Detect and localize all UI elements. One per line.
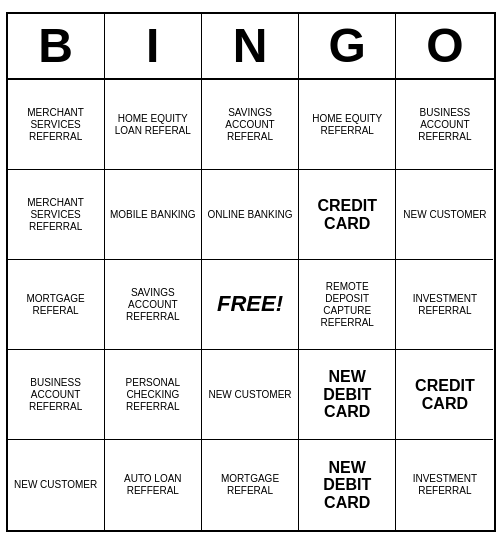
header-letter-n: N — [202, 14, 299, 78]
bingo-cell-12: Free! — [202, 260, 299, 350]
bingo-cell-20: NEW CUSTOMER — [8, 440, 105, 530]
header-letter-g: G — [299, 14, 396, 78]
header-letter-o: O — [396, 14, 493, 78]
bingo-cell-7: ONLINE BANKING — [202, 170, 299, 260]
bingo-header: BINGO — [8, 14, 494, 80]
bingo-cell-21: AUTO LOAN REFFERAL — [105, 440, 202, 530]
bingo-cell-23: NEW DEBIT CARD — [299, 440, 396, 530]
bingo-cell-5: MERCHANT SERVICES REFERRAL — [8, 170, 105, 260]
header-letter-b: B — [8, 14, 105, 78]
bingo-cell-15: BUSINESS ACCOUNT REFERRAL — [8, 350, 105, 440]
bingo-cell-3: HOME EQUITY REFERRAL — [299, 80, 396, 170]
bingo-cell-2: SAVINGS ACCOUNT REFERAL — [202, 80, 299, 170]
bingo-cell-8: CREDIT CARD — [299, 170, 396, 260]
bingo-cell-6: MOBILE BANKING — [105, 170, 202, 260]
bingo-cell-10: MORTGAGE REFERAL — [8, 260, 105, 350]
bingo-cell-17: NEW CUSTOMER — [202, 350, 299, 440]
bingo-cell-16: PERSONAL CHECKING REFERRAL — [105, 350, 202, 440]
bingo-cell-4: BUSINESS ACCOUNT REFERRAL — [396, 80, 493, 170]
bingo-cell-1: HOME EQUITY LOAN REFERAL — [105, 80, 202, 170]
bingo-cell-18: NEW DEBIT CARD — [299, 350, 396, 440]
bingo-cell-14: INVESTMENT REFERRAL — [396, 260, 493, 350]
bingo-card: BINGO MERCHANT SERVICES REFERRALHOME EQU… — [6, 12, 496, 532]
bingo-cell-13: REMOTE DEPOSIT CAPTURE REFERRAL — [299, 260, 396, 350]
bingo-grid: MERCHANT SERVICES REFERRALHOME EQUITY LO… — [8, 80, 494, 530]
bingo-cell-22: MORTGAGE REFERAL — [202, 440, 299, 530]
bingo-cell-11: SAVINGS ACCOUNT REFERRAL — [105, 260, 202, 350]
bingo-cell-24: INVESTMENT REFERRAL — [396, 440, 493, 530]
bingo-cell-0: MERCHANT SERVICES REFERRAL — [8, 80, 105, 170]
header-letter-i: I — [105, 14, 202, 78]
bingo-cell-19: CREDIT CARD — [396, 350, 493, 440]
bingo-cell-9: NEW CUSTOMER — [396, 170, 493, 260]
